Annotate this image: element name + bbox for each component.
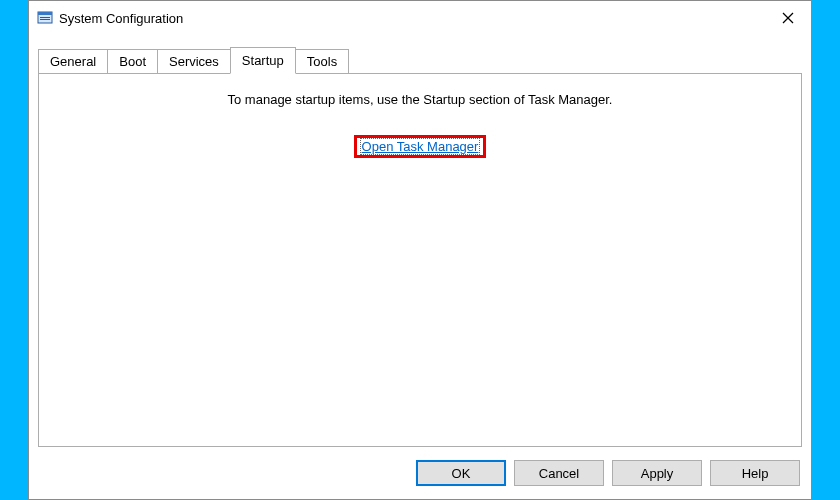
open-task-manager-link[interactable]: Open Task Manager [360, 138, 481, 155]
tab-services[interactable]: Services [157, 49, 231, 73]
tab-panel-startup: To manage startup items, use the Startup… [38, 73, 802, 447]
tab-boot[interactable]: Boot [107, 49, 158, 73]
system-configuration-dialog: System Configuration General Boot Servic… [28, 0, 812, 500]
svg-rect-2 [40, 17, 50, 18]
link-wrapper: Open Task Manager [354, 135, 487, 158]
titlebar: System Configuration [29, 1, 811, 35]
startup-content: To manage startup items, use the Startup… [39, 74, 801, 158]
window-title: System Configuration [59, 11, 183, 26]
startup-message: To manage startup items, use the Startup… [39, 92, 801, 107]
help-button[interactable]: Help [710, 460, 800, 486]
apply-button[interactable]: Apply [612, 460, 702, 486]
dialog-button-row: OK Cancel Apply Help [29, 447, 811, 499]
svg-rect-1 [38, 12, 52, 15]
tabs-row: General Boot Services Startup Tools [29, 47, 811, 73]
close-button[interactable] [765, 2, 811, 34]
close-icon [782, 12, 794, 24]
tab-general[interactable]: General [38, 49, 108, 73]
app-icon [37, 10, 53, 26]
tab-tools[interactable]: Tools [295, 49, 349, 73]
cancel-button[interactable]: Cancel [514, 460, 604, 486]
outer-frame: System Configuration General Boot Servic… [0, 0, 840, 500]
tab-startup[interactable]: Startup [230, 47, 296, 74]
highlight-annotation: Open Task Manager [354, 135, 487, 158]
svg-rect-3 [40, 19, 50, 20]
ok-button[interactable]: OK [416, 460, 506, 486]
